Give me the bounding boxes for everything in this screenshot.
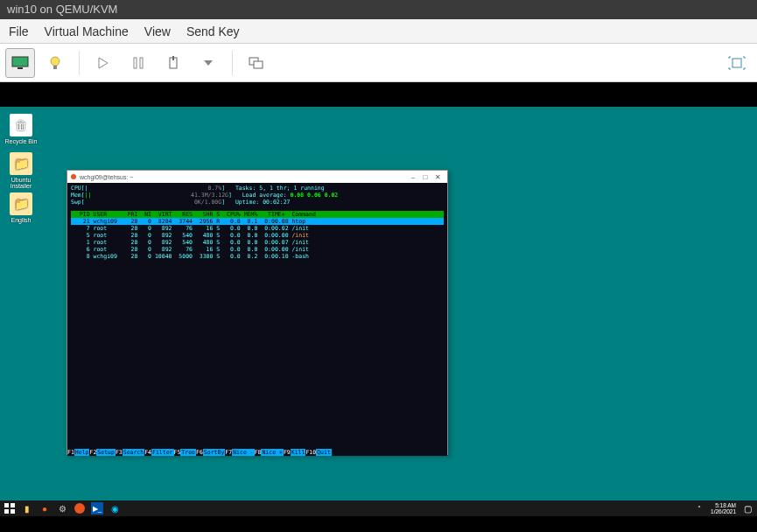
htop-columns-header[interactable]: PID USER PRI NI VIRT RES SHR S CPU% MEM%… <box>71 211 444 218</box>
show-console-button[interactable] <box>5 48 35 78</box>
htop-swp-gauge: Swp[ 0K/1.00G] Uptime: 00:02:27 <box>71 199 444 206</box>
ubuntu-icon <box>71 174 76 179</box>
maximize-button[interactable]: □ <box>419 173 431 181</box>
htop-fkey[interactable]: F1 <box>67 449 74 456</box>
svg-rect-12 <box>732 59 741 67</box>
fullscreen-button[interactable] <box>722 48 752 78</box>
svg-rect-13 <box>4 503 9 508</box>
htop-cpu-gauge: CPU[| 0.7%] Tasks: 5, 1 thr; 1 running <box>71 185 444 192</box>
htop-process-row[interactable]: 6 root 20 0 892 76 16 S 0.0 0.0 0:00.00 … <box>71 246 444 253</box>
folder-icon: 📁 <box>10 192 32 215</box>
shutdown-menu-button[interactable] <box>193 48 223 78</box>
shutdown-button[interactable] <box>158 48 188 78</box>
htop-fkey-label: Filter <box>151 449 173 456</box>
fullscreen-icon <box>728 55 746 71</box>
edge-button[interactable]: ◉ <box>109 502 121 514</box>
menu-view[interactable]: View <box>144 24 171 38</box>
menu-file[interactable]: File <box>9 24 29 38</box>
terminal-titlebar[interactable]: wchgi09@tehsus: ~ – □ ✕ <box>67 171 447 183</box>
svg-rect-5 <box>134 58 137 68</box>
system-tray-clock[interactable]: 5:18 AM 1/26/2021 <box>711 502 736 514</box>
snapshots-button[interactable] <box>242 48 271 78</box>
htop-process-row[interactable]: 5 root 20 0 892 540 480 S 0.0 0.0 0:00.0… <box>71 232 444 239</box>
letterbox-bottom <box>0 516 757 532</box>
tray-chevron[interactable]: ˄ <box>693 502 705 514</box>
vm-menubar: File Virtual Machine View Send Key <box>0 19 757 44</box>
htop-fkey[interactable]: F10 <box>305 449 316 456</box>
svg-point-2 <box>51 57 60 66</box>
notifications-button[interactable]: ▢ <box>741 502 753 514</box>
show-details-button[interactable] <box>40 48 70 78</box>
desktop-icon-label: Ubuntu Installer <box>2 177 40 189</box>
pause-button[interactable] <box>123 48 153 78</box>
pause-icon <box>133 57 144 69</box>
htop-fkey-label: Setup <box>96 449 116 456</box>
htop-fkey-label: Nice - <box>232 449 254 456</box>
close-button[interactable]: ✕ <box>431 173 444 181</box>
windows-desktop[interactable]: 🗑 Recycle Bin 📁 Ubuntu Installer 📁 Engli… <box>0 107 757 516</box>
svg-rect-1 <box>18 67 23 69</box>
htop-fkey-label: SortBy <box>203 449 225 456</box>
htop-process-row[interactable]: 7 root 20 0 892 76 16 S 0.0 0.0 0:00.02 … <box>71 225 444 232</box>
desktop-icon-english[interactable]: 📁 English <box>2 192 40 223</box>
htop-selected-row[interactable]: 21 wchgi09 20 0 8284 3744 2956 R 0.0 0.1… <box>71 218 444 225</box>
htop-fkey-label: Nice + <box>261 449 283 456</box>
htop-footer[interactable]: F1HelpF2SetupF3SearchF4FilterF5TreeF6Sor… <box>67 449 447 456</box>
svg-marker-4 <box>99 58 108 68</box>
firefox-button[interactable]: ● <box>39 502 51 514</box>
svg-rect-16 <box>11 509 15 514</box>
htop-fkey[interactable]: F9 <box>284 449 291 456</box>
monitor-icon <box>11 56 29 70</box>
folder-icon: 📁 <box>10 152 32 175</box>
htop-fkey[interactable]: F7 <box>225 449 232 456</box>
toolbar-separator <box>232 51 233 75</box>
tray-date: 1/26/2021 <box>711 508 736 514</box>
tray-time: 5:18 AM <box>711 502 736 508</box>
svg-marker-9 <box>204 60 213 66</box>
terminal-title: wchgi09@tehsus: ~ <box>80 174 133 180</box>
svg-rect-11 <box>254 61 263 68</box>
lightbulb-icon <box>48 55 62 71</box>
htop-fkey[interactable]: F3 <box>116 449 123 456</box>
htop-fkey-label: Quit <box>316 449 332 456</box>
htop-mem-gauge: Mem[|| 41.3M/3.12G] Load average: 0.08 0… <box>71 192 444 199</box>
vm-toolbar <box>0 44 757 82</box>
desktop-icon-label: English <box>2 217 40 223</box>
vm-window-title: win10 on QEMU/KVM <box>0 0 757 19</box>
htop-fkey-label: Help <box>74 449 90 456</box>
htop-fkey[interactable]: F6 <box>196 449 203 456</box>
windows-icon <box>4 503 15 514</box>
htop-fkey-label: Tree <box>180 449 196 456</box>
svg-rect-3 <box>53 66 57 69</box>
menu-virtual-machine[interactable]: Virtual Machine <box>45 24 129 38</box>
guest-display[interactable]: 🗑 Recycle Bin 📁 Ubuntu Installer 📁 Engli… <box>0 82 757 532</box>
ubuntu-button[interactable] <box>74 502 86 514</box>
file-explorer-button[interactable]: ▮ <box>21 502 33 514</box>
terminal-window[interactable]: wchgi09@tehsus: ~ – □ ✕ CPU[| 0.7%] Task… <box>67 170 448 455</box>
htop-fkey[interactable]: F4 <box>144 449 151 456</box>
letterbox-top <box>0 82 757 107</box>
recycle-bin-icon: 🗑 <box>10 114 32 136</box>
snapshots-icon <box>248 56 265 70</box>
chevron-down-icon <box>204 60 213 66</box>
htop-fkey-label: Search <box>123 449 144 456</box>
desktop-icon-recycle-bin[interactable]: 🗑 Recycle Bin <box>2 114 40 144</box>
htop-process-row[interactable]: 1 root 20 0 892 540 480 S 0.0 0.0 0:00.0… <box>71 239 444 246</box>
htop-process-row[interactable]: 8 wchgi09 20 0 10040 5000 3300 S 0.0 0.2… <box>71 253 444 260</box>
settings-button[interactable]: ⚙ <box>56 502 68 514</box>
terminal-body[interactable]: CPU[| 0.7%] Tasks: 5, 1 thr; 1 running M… <box>67 183 447 456</box>
desktop-icon-ubuntu-installer[interactable]: 📁 Ubuntu Installer <box>2 152 40 189</box>
svg-rect-8 <box>172 56 174 60</box>
powershell-button[interactable]: ▶_ <box>91 502 103 514</box>
svg-rect-15 <box>4 509 9 514</box>
menu-send-key[interactable]: Send Key <box>186 24 240 38</box>
svg-rect-6 <box>140 58 143 68</box>
svg-rect-0 <box>12 57 28 66</box>
toolbar-separator <box>79 51 80 75</box>
svg-rect-14 <box>11 503 15 508</box>
start-button[interactable] <box>4 502 16 514</box>
windows-taskbar[interactable]: ▮ ● ⚙ ▶_ ◉ ˄ 5:18 AM 1/26/2021 ▢ <box>0 500 757 516</box>
minimize-button[interactable]: – <box>407 173 419 181</box>
run-button[interactable] <box>88 48 118 78</box>
play-icon <box>98 57 109 69</box>
